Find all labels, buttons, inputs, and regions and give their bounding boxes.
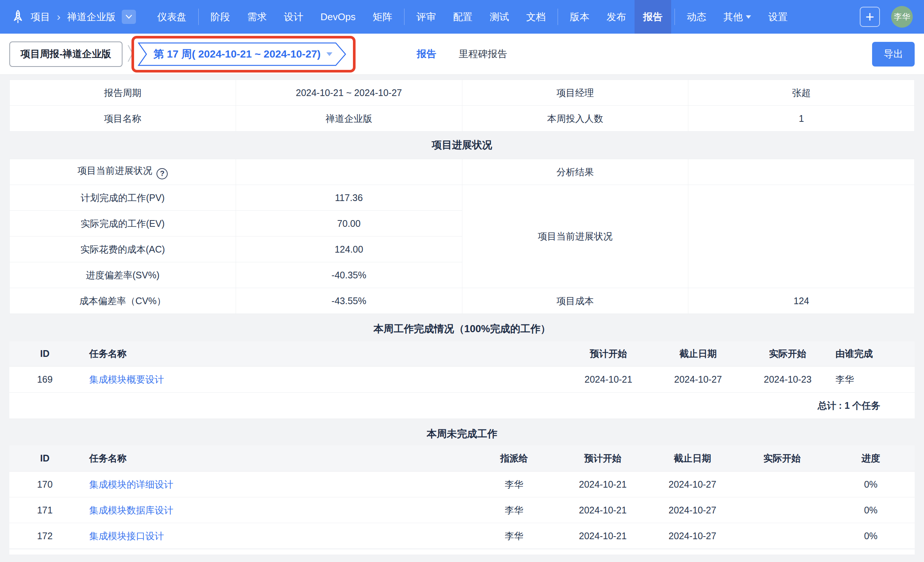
metric-label-sv: 进度偏差率(SV%) — [10, 262, 236, 288]
task-finished-by: 李华 — [832, 366, 915, 392]
info-label-period: 报告周期 — [10, 80, 236, 106]
nav-divider — [198, 9, 199, 25]
nav-menu: 仪表盘 阶段 需求 设计 DevOps 矩阵 评审 配置 测试 文档 版本 发布… — [148, 0, 796, 34]
task-id: 169 — [9, 366, 80, 392]
nav-project-root[interactable]: 项目 — [31, 11, 50, 24]
col-header-progress: 进度 — [827, 445, 915, 472]
merged-status-cell: 项目当前进展状况 — [462, 185, 688, 288]
task-link[interactable]: 集成模块数据库设计 — [89, 505, 173, 515]
info-value-period: 2024-10-21 ~ 2024-10-27 — [236, 80, 462, 106]
nav-item-settings[interactable]: 设置 — [760, 0, 796, 34]
report-type-button[interactable]: 项目周报-禅道企业版 — [9, 42, 123, 67]
metric-label-cv: 成本偏差率（CV%） — [10, 288, 236, 314]
metric-value-pv: 117.36 — [236, 185, 462, 211]
task-actual-start — [737, 497, 827, 523]
metric-value-cv: -43.55% — [236, 288, 462, 314]
breadcrumb: 项目 › 禅道企业版 — [11, 0, 136, 34]
export-button[interactable]: 导出 — [872, 42, 915, 66]
help-icon[interactable]: ? — [156, 168, 168, 179]
user-avatar[interactable]: 李华 — [891, 6, 913, 28]
nav-item-release[interactable]: 发布 — [598, 0, 634, 34]
nav-item-dashboard[interactable]: 仪表盘 — [148, 0, 195, 34]
task-link[interactable]: 集成模块概要设计 — [89, 374, 164, 385]
col-header-actual-start: 实际开始 — [743, 341, 832, 366]
nav-project-name[interactable]: 禅道企业版 — [67, 11, 116, 24]
table-row: 171 集成模块数据库设计 李华 2024-10-21 2024-10-27 0… — [9, 497, 915, 523]
week-selector[interactable]: 第 17 周( 2024-10-21 ~ 2024-10-27) — [138, 42, 346, 66]
project-switch-chevron-down-icon[interactable] — [122, 10, 136, 24]
empty-cell — [688, 159, 915, 185]
metric-label-pv: 计划完成的工作(PV) — [10, 185, 236, 211]
tab-milestone-report[interactable]: 里程碑报告 — [459, 47, 507, 60]
section-title-progress: 项目进展状况 — [9, 138, 915, 152]
task-id: 171 — [9, 497, 80, 523]
task-actual-start — [737, 472, 827, 497]
task-deadline: 2024-10-27 — [648, 472, 737, 497]
task-assigned-to: 李华 — [470, 497, 558, 523]
analysis-result-label: 分析结果 — [462, 159, 688, 185]
table-row: 项目当前进展状况? 分析结果 — [10, 159, 915, 185]
completed-tasks-table: ID 任务名称 预计开始 截止日期 实际开始 由谁完成 169 集成模块概要设计… — [9, 341, 915, 419]
nav-item-story[interactable]: 需求 — [238, 0, 275, 34]
chevron-down-icon — [326, 52, 332, 56]
task-est-start: 2024-10-21 — [558, 497, 648, 523]
task-deadline: 2024-10-27 — [648, 523, 737, 549]
table-row: 项目名称 禅道企业版 本周投入人数 1 — [10, 106, 915, 132]
report-toolbar: 项目周报-禅道企业版 第 17 周( 2024-10-21 ~ 2024-10-… — [0, 34, 924, 75]
nav-item-matrix[interactable]: 矩阵 — [364, 0, 401, 34]
empty-cell — [236, 159, 462, 185]
zentao-rocket-logo-icon[interactable] — [11, 9, 25, 24]
nav-divider — [675, 9, 675, 25]
col-header-id: ID — [9, 445, 80, 472]
nav-item-other-label: 其他 — [723, 11, 743, 24]
nav-item-report[interactable]: 报告 — [634, 0, 671, 34]
nav-right-actions: + 李华 — [860, 0, 913, 34]
task-link[interactable]: 集成模块接口设计 — [89, 530, 164, 541]
nav-item-other[interactable]: 其他 — [715, 0, 760, 34]
chevron-down-icon — [746, 15, 751, 19]
task-link[interactable]: 集成模块的详细设计 — [89, 479, 173, 490]
nav-item-doc[interactable]: 文档 — [518, 0, 554, 34]
report-tabs: 报告 里程碑报告 — [417, 47, 507, 60]
task-deadline: 2024-10-27 — [648, 497, 737, 523]
table-header-row: ID 任务名称 预计开始 截止日期 实际开始 由谁完成 — [9, 341, 915, 366]
quick-create-button[interactable]: + — [860, 7, 880, 27]
col-header-task-name: 任务名称 — [80, 341, 564, 366]
nav-item-stage[interactable]: 阶段 — [202, 0, 238, 34]
task-est-start: 2024-10-21 — [564, 366, 653, 392]
metric-label-ev: 实际完成的工作(EV) — [10, 211, 236, 236]
top-nav: 项目 › 禅道企业版 仪表盘 阶段 需求 设计 DevOps 矩阵 评审 配置 … — [0, 0, 924, 34]
info-value-headcount: 1 — [688, 106, 915, 132]
nav-item-devops[interactable]: DevOps — [312, 0, 364, 34]
nav-item-review[interactable]: 评审 — [408, 0, 444, 34]
info-value-project: 禅道企业版 — [236, 106, 462, 132]
col-header-id: ID — [9, 341, 80, 366]
week-selector-label: 第 17 周( 2024-10-21 ~ 2024-10-27) — [138, 42, 346, 66]
nav-item-design[interactable]: 设计 — [275, 0, 312, 34]
project-cost-value: 124 — [688, 288, 915, 314]
info-value-manager: 张超 — [688, 80, 915, 106]
task-est-start: 2024-10-21 — [558, 523, 648, 549]
nav-item-config[interactable]: 配置 — [444, 0, 481, 34]
col-header-actual-start: 实际开始 — [737, 445, 827, 472]
task-progress: 0% — [827, 497, 915, 523]
nav-item-build[interactable]: 版本 — [561, 0, 598, 34]
nav-item-dynamic[interactable]: 动态 — [678, 0, 715, 34]
nav-divider — [558, 9, 558, 25]
task-progress: 0% — [827, 472, 915, 497]
info-label-project: 项目名称 — [10, 106, 236, 132]
report-info-table: 报告周期 2024-10-21 ~ 2024-10-27 项目经理 张超 项目名… — [9, 80, 915, 132]
metric-value-ev: 70.00 — [236, 211, 462, 236]
tab-report[interactable]: 报告 — [417, 47, 436, 60]
chevron-right-icon — [127, 43, 134, 65]
task-total-count: 总计 : 1 个任务 — [9, 392, 915, 419]
metric-label-ac: 实际花费的成本(AC) — [10, 236, 236, 262]
task-actual-start — [737, 523, 827, 549]
week-range-text: 第 17 周( 2024-10-21 ~ 2024-10-27) — [153, 47, 321, 61]
task-est-start: 2024-10-21 — [558, 472, 648, 497]
empty-cell — [688, 185, 915, 288]
metric-value-sv: -40.35% — [236, 262, 462, 288]
nav-item-test[interactable]: 测试 — [481, 0, 518, 34]
unfinished-tasks-table: ID 任务名称 指派给 预计开始 截止日期 实际开始 进度 170 集成模块的详… — [9, 445, 915, 549]
col-header-deadline: 截止日期 — [648, 445, 737, 472]
